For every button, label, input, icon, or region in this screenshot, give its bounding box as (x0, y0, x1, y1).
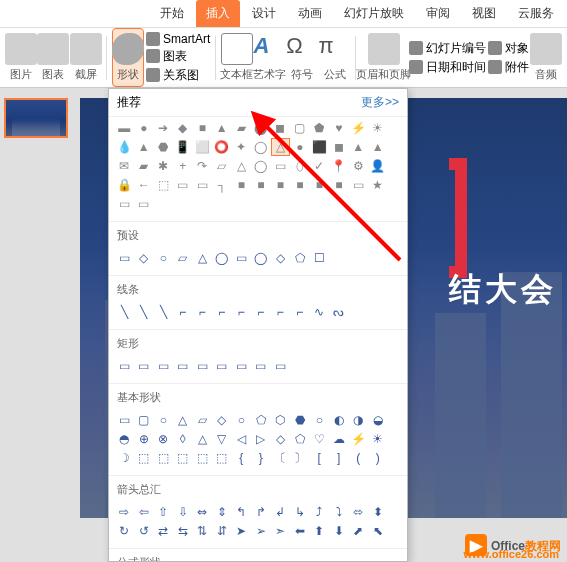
shape-basic-35[interactable]: } (252, 449, 271, 467)
shape-recommend-46[interactable]: ▭ (193, 176, 212, 194)
shape-recommend-18[interactable]: ⬜ (193, 138, 212, 156)
insert-picture-button[interactable]: 图片 (6, 31, 36, 84)
shape-recommend-5[interactable]: ▲ (213, 119, 232, 137)
shape-rect-8[interactable]: ▭ (271, 357, 290, 375)
shape-arrows-5[interactable]: ⇕ (213, 503, 232, 521)
shape-recommend-41[interactable]: 👤 (369, 157, 388, 175)
shape-recommend-4[interactable]: ■ (193, 119, 212, 137)
shape-arrows-2[interactable]: ⇧ (154, 503, 173, 521)
shape-basic-36[interactable]: 〔 (271, 449, 290, 467)
formula-button[interactable]: π公式 (319, 31, 349, 84)
shape-basic-23[interactable]: ⬠ (291, 430, 310, 448)
shape-preset-0[interactable]: ▭ (115, 249, 134, 267)
shape-recommend-39[interactable]: 📍 (330, 157, 349, 175)
shape-basic-32[interactable]: ⬚ (193, 449, 212, 467)
tab-cloud[interactable]: 云服务 (508, 0, 564, 27)
shape-recommend-52[interactable]: ■ (310, 176, 329, 194)
shape-arrows-19[interactable]: ⇵ (213, 522, 232, 540)
shape-recommend-37[interactable]: ⬯ (291, 157, 310, 175)
shape-recommend-34[interactable]: △ (232, 157, 251, 175)
shape-lines-10[interactable]: ∿ (310, 303, 329, 321)
shape-recommend-20[interactable]: ✦ (232, 138, 251, 156)
tab-slideshow[interactable]: 幻灯片放映 (334, 0, 414, 27)
shape-rect-7[interactable]: ▭ (252, 357, 271, 375)
shape-arrows-14[interactable]: ↻ (115, 522, 134, 540)
shape-lines-9[interactable]: ⌐ (291, 303, 310, 321)
shape-basic-15[interactable]: ⊕ (135, 430, 154, 448)
shape-recommend-2[interactable]: ➔ (154, 119, 173, 137)
shape-basic-2[interactable]: ○ (154, 411, 173, 429)
symbol-button[interactable]: Ω符号 (287, 31, 317, 84)
shape-recommend-49[interactable]: ■ (252, 176, 271, 194)
shape-basic-30[interactable]: ⬚ (154, 449, 173, 467)
shape-arrows-9[interactable]: ↳ (291, 503, 310, 521)
shape-arrows-23[interactable]: ⬅ (291, 522, 310, 540)
shape-recommend-6[interactable]: ▰ (232, 119, 251, 137)
shape-arrows-3[interactable]: ⇩ (174, 503, 193, 521)
relation-button[interactable]: 关系图 (146, 67, 210, 84)
shape-arrows-22[interactable]: ➣ (271, 522, 290, 540)
shape-arrows-13[interactable]: ⬍ (369, 503, 388, 521)
wordart-button[interactable]: A艺术字 (254, 31, 285, 84)
shape-rect-5[interactable]: ▭ (213, 357, 232, 375)
shape-recommend-16[interactable]: ⬣ (154, 138, 173, 156)
shape-recommend-43[interactable]: ← (135, 176, 154, 194)
shape-basic-12[interactable]: ◑ (349, 411, 368, 429)
shape-basic-21[interactable]: ▷ (252, 430, 271, 448)
shape-recommend-35[interactable]: ◯ (252, 157, 271, 175)
shape-basic-33[interactable]: ⬚ (213, 449, 232, 467)
shape-basic-24[interactable]: ♡ (310, 430, 329, 448)
shape-basic-5[interactable]: ◇ (213, 411, 232, 429)
shape-recommend-40[interactable]: ⚙ (349, 157, 368, 175)
shape-basic-17[interactable]: ◊ (174, 430, 193, 448)
shape-lines-3[interactable]: ⌐ (174, 303, 193, 321)
shape-basic-13[interactable]: ◒ (369, 411, 388, 429)
shape-recommend-48[interactable]: ■ (232, 176, 251, 194)
shape-recommend-21[interactable]: ◯ (252, 138, 271, 156)
shape-basic-1[interactable]: ▢ (135, 411, 154, 429)
shape-basic-27[interactable]: ☀ (369, 430, 388, 448)
slide-number-button[interactable]: 幻灯片编号 (409, 40, 486, 57)
shape-arrows-15[interactable]: ↺ (135, 522, 154, 540)
shape-recommend-51[interactable]: ■ (291, 176, 310, 194)
shape-recommend-56[interactable]: ▭ (115, 195, 134, 213)
shape-arrows-6[interactable]: ↰ (232, 503, 251, 521)
shape-arrows-11[interactable]: ⤵ (330, 503, 349, 521)
shape-basic-3[interactable]: △ (174, 411, 193, 429)
insert-table-button[interactable]: 图表 (38, 31, 68, 84)
shape-lines-5[interactable]: ⌐ (213, 303, 232, 321)
shape-recommend-26[interactable]: ▲ (349, 138, 368, 156)
shape-arrows-18[interactable]: ⇅ (193, 522, 212, 540)
shape-basic-9[interactable]: ⬣ (291, 411, 310, 429)
shape-basic-18[interactable]: △ (193, 430, 212, 448)
shape-recommend-11[interactable]: ♥ (330, 119, 349, 137)
shape-recommend-24[interactable]: ⬛ (310, 138, 329, 156)
shape-basic-6[interactable]: ○ (232, 411, 251, 429)
shape-basic-38[interactable]: [ (310, 449, 329, 467)
shape-arrows-20[interactable]: ➤ (232, 522, 251, 540)
shape-arrows-16[interactable]: ⇄ (154, 522, 173, 540)
shape-recommend-55[interactable]: ★ (369, 176, 388, 194)
shape-basic-7[interactable]: ⬠ (252, 411, 271, 429)
smartart-button[interactable]: SmartArt (146, 32, 210, 46)
tab-design[interactable]: 设计 (242, 0, 286, 27)
screenshot-button[interactable]: 截屏 (71, 31, 101, 84)
more-link[interactable]: 更多>> (361, 94, 399, 111)
shape-basic-16[interactable]: ⊗ (154, 430, 173, 448)
shape-basic-19[interactable]: ▽ (213, 430, 232, 448)
shape-arrows-0[interactable]: ⇨ (115, 503, 134, 521)
shape-preset-6[interactable]: ▭ (232, 249, 251, 267)
shape-arrows-26[interactable]: ⬈ (349, 522, 368, 540)
shape-arrows-17[interactable]: ⇆ (174, 522, 193, 540)
shape-rect-4[interactable]: ▭ (193, 357, 212, 375)
shape-lines-0[interactable]: ╲ (115, 303, 134, 321)
chart-button[interactable]: 图表 (146, 48, 210, 65)
tab-insert[interactable]: 插入 (196, 0, 240, 27)
shape-recommend-36[interactable]: ▭ (271, 157, 290, 175)
shape-arrows-25[interactable]: ⬇ (330, 522, 349, 540)
shape-rect-6[interactable]: ▭ (232, 357, 251, 375)
shape-rect-2[interactable]: ▭ (154, 357, 173, 375)
shape-recommend-8[interactable]: ◼ (271, 119, 290, 137)
shape-preset-4[interactable]: △ (193, 249, 212, 267)
tab-view[interactable]: 视图 (462, 0, 506, 27)
